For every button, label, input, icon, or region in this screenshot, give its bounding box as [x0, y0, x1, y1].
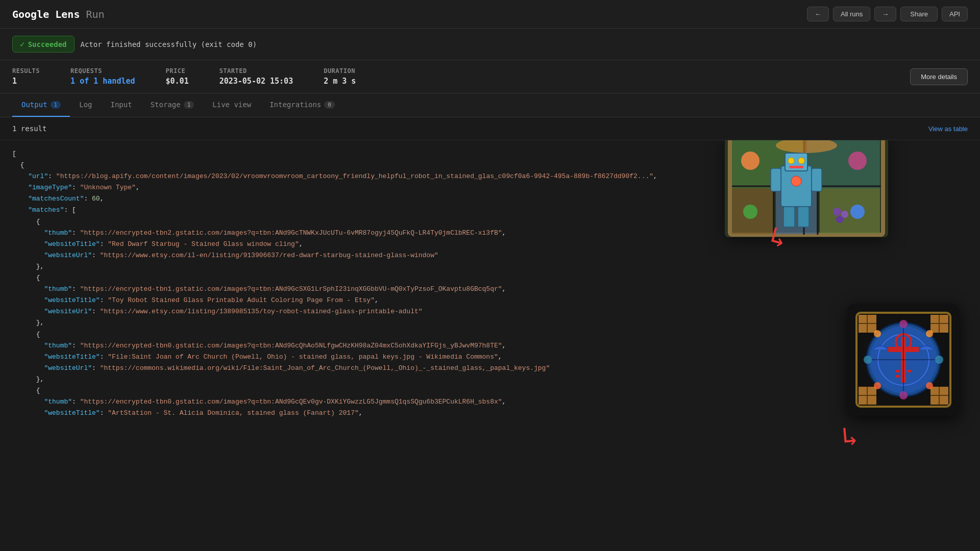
- stat-price: PRICE $0.01: [166, 67, 189, 86]
- svg-point-14: [798, 158, 804, 164]
- tab-output[interactable]: Output 1: [12, 93, 70, 117]
- svg-rect-19: [783, 207, 795, 227]
- svg-rect-51: [896, 375, 900, 378]
- svg-point-60: [926, 382, 933, 389]
- svg-point-58: [926, 330, 933, 337]
- svg-point-55: [899, 391, 908, 399]
- svg-point-26: [841, 211, 848, 218]
- content-area: [ { "url": "https://blog.apify.com/conte…: [0, 140, 980, 551]
- view-as-table-button[interactable]: View as table: [928, 125, 968, 133]
- svg-point-25: [833, 208, 841, 216]
- image-overlay-robot: [725, 140, 888, 237]
- stat-requests: REQUESTS 1 of 1 handled: [70, 67, 135, 86]
- svg-point-24: [850, 205, 865, 219]
- price-value: $0.01: [166, 77, 189, 86]
- results-label: RESULTS: [12, 67, 40, 74]
- page-title: Google Lens Run: [12, 8, 105, 20]
- tab-storage[interactable]: Storage 1: [141, 93, 204, 117]
- started-value: 2023-05-02 15:03: [219, 77, 293, 86]
- duration-label: DURATION: [324, 67, 356, 74]
- svg-rect-50: [907, 370, 911, 372]
- svg-rect-49: [896, 370, 900, 372]
- stat-started: STARTED 2023-05-02 15:03: [219, 67, 293, 86]
- tabs-row: Output 1 Log Input Storage 1 Live view I…: [0, 93, 980, 117]
- price-label: PRICE: [166, 67, 189, 74]
- more-details-button[interactable]: More details: [910, 68, 968, 85]
- stat-results: RESULTS 1: [12, 67, 40, 86]
- image-overlay-stained-glass: [847, 304, 960, 416]
- svg-point-59: [874, 330, 881, 337]
- tab-integrations[interactable]: Integrations 0: [260, 93, 344, 117]
- svg-rect-15: [789, 166, 803, 168]
- tab-live-view[interactable]: Live view: [203, 93, 260, 117]
- results-value: 1: [12, 77, 40, 86]
- all-runs-button[interactable]: All runs: [833, 7, 870, 21]
- svg-point-27: [836, 216, 843, 223]
- requests-value: 1 of 1 handled: [70, 77, 135, 86]
- started-label: STARTED: [219, 67, 293, 74]
- status-message: Actor finished successfully (exit code 0…: [81, 40, 257, 48]
- stats-row: RESULTS 1 REQUESTS 1 of 1 handled PRICE …: [0, 60, 980, 93]
- status-badge: ✓ Succeeded: [12, 36, 75, 53]
- svg-point-54: [899, 320, 908, 328]
- requests-label: REQUESTS: [70, 67, 135, 74]
- tab-input[interactable]: Input: [102, 93, 141, 117]
- header-actions: ← All runs → Share API: [807, 7, 968, 21]
- svg-point-13: [788, 158, 794, 164]
- duration-value: 2 m 3 s: [324, 77, 356, 86]
- svg-point-61: [874, 382, 881, 389]
- svg-point-57: [935, 356, 943, 364]
- share-button[interactable]: Share: [900, 7, 938, 21]
- svg-point-23: [743, 205, 757, 219]
- header: Google Lens Run ← All runs → Share API: [0, 0, 980, 29]
- svg-point-16: [791, 176, 801, 186]
- svg-rect-20: [798, 207, 809, 227]
- svg-point-56: [864, 356, 872, 364]
- nav-back-button[interactable]: ←: [807, 7, 829, 21]
- result-header: 1 result View as table: [0, 117, 980, 140]
- svg-rect-6: [820, 188, 880, 234]
- tab-log[interactable]: Log: [70, 93, 101, 117]
- status-bar: ✓ Succeeded Actor finished successfully …: [0, 29, 980, 60]
- api-button[interactable]: API: [942, 7, 968, 21]
- result-count: 1 result: [12, 124, 46, 133]
- nav-forward-button[interactable]: →: [874, 7, 896, 21]
- check-icon: ✓: [20, 39, 25, 49]
- svg-rect-17: [771, 168, 781, 191]
- stat-duration: DURATION 2 m 3 s: [324, 67, 356, 86]
- svg-point-22: [848, 152, 867, 170]
- svg-rect-18: [812, 168, 822, 191]
- main-content: 1 result View as table [ { "url": "https…: [0, 117, 980, 551]
- svg-point-21: [741, 152, 760, 170]
